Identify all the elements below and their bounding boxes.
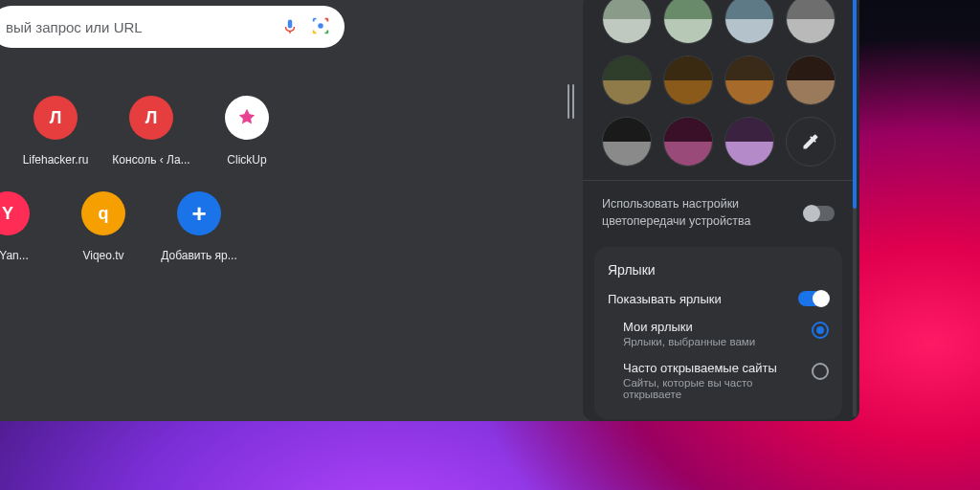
shortcut-label: at Yan... — [0, 249, 54, 262]
shortcuts-section: Ярлыки Показывать ярлыки Мои ярлыкиЯрлык… — [594, 247, 842, 419]
add-shortcut-button[interactable]: +Добавить яр... — [153, 191, 245, 262]
color-swatch[interactable] — [663, 56, 713, 105]
device-color-label: Использовать настройки цветопередачи уст… — [602, 196, 804, 230]
show-shortcuts-toggle[interactable] — [798, 291, 829, 306]
color-swatch[interactable] — [602, 117, 652, 167]
radio-title: Мои ярлыки — [623, 320, 802, 334]
radio-indicator — [812, 322, 829, 339]
shortcut-tile[interactable]: qViqeo.tv — [57, 191, 149, 262]
search-placeholder: вый запрос или URL — [6, 19, 281, 35]
shortcut-label: ClickUp — [201, 153, 293, 167]
radio-subtitle: Сайты, которые вы часто открываете — [623, 377, 802, 400]
shortcut-tile[interactable]: ClickUp — [201, 96, 293, 167]
customize-side-panel: Использовать настройки цветопередачи уст… — [583, 0, 859, 421]
shortcut-label: Lifehacker.ru — [10, 153, 101, 167]
color-swatch[interactable] — [786, 0, 835, 44]
color-swatch[interactable] — [724, 0, 774, 44]
shortcuts-title: Ярлыки — [608, 262, 829, 278]
color-eyedropper-button[interactable] — [786, 117, 835, 167]
radio-indicator — [812, 363, 829, 380]
frequent-sites-option[interactable]: Часто открываемые сайтыСайты, которые вы… — [623, 361, 829, 400]
show-shortcuts-label: Показывать ярлыки — [608, 292, 798, 306]
svg-point-0 — [318, 23, 323, 29]
color-swatch[interactable] — [602, 0, 652, 44]
shortcut-tile[interactable]: Yat Yan... — [0, 191, 54, 262]
color-swatch[interactable] — [663, 0, 713, 44]
color-swatch[interactable] — [724, 117, 774, 167]
shortcut-label: Добавить яр... — [153, 249, 245, 262]
shortcut-label: Viqeo.tv — [57, 249, 149, 262]
scrollbar-thumb[interactable] — [853, 0, 857, 209]
my-shortcuts-option[interactable]: Мои ярлыкиЯрлыки, выбранные вами — [623, 320, 829, 347]
device-color-toggle[interactable] — [804, 206, 835, 221]
shortcut-tile[interactable]: ЛLifehacker.ru — [10, 96, 101, 167]
color-swatch[interactable] — [786, 56, 835, 105]
voice-search-icon[interactable] — [281, 18, 299, 35]
shortcut-tile[interactable]: ЛКонсоль ‹ Ла... — [105, 96, 197, 167]
shortcut-label: Консоль ‹ Ла... — [105, 153, 197, 167]
radio-title: Часто открываемые сайты — [623, 361, 802, 375]
color-swatch[interactable] — [724, 56, 774, 105]
device-color-row: Использовать настройки цветопередачи уст… — [583, 181, 854, 234]
color-swatch[interactable] — [602, 56, 652, 105]
resize-handle[interactable] — [565, 84, 576, 119]
lens-search-icon[interactable] — [310, 15, 331, 39]
radio-subtitle: Ярлыки, выбранные вами — [623, 336, 802, 347]
search-bar[interactable]: вый запрос или URL — [0, 6, 345, 48]
color-swatch[interactable] — [663, 117, 713, 167]
color-swatch-panel — [583, 0, 854, 181]
